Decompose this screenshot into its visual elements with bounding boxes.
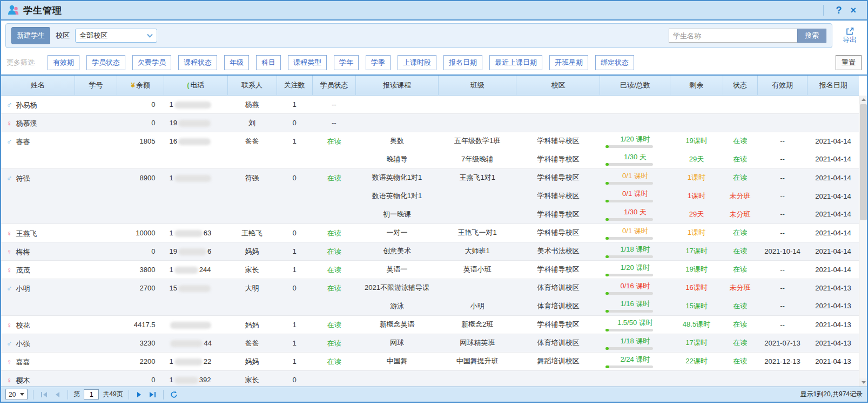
first-page-icon (41, 391, 48, 398)
page-number-input[interactable] (84, 389, 99, 400)
student-row[interactable]: ♂符强89001符强0在读数语英物化1对1王燕飞1对1学科辅导校区0/1 课时1… (1, 168, 859, 187)
cell-course: 创意美术 (356, 242, 439, 260)
column-header[interactable]: 已读/总数 (600, 76, 670, 95)
progress-bar (605, 292, 653, 295)
prev-page-button[interactable] (52, 390, 62, 400)
student-row[interactable]: ♂孙易杨01杨燕1-- (1, 95, 859, 113)
page-size-select[interactable]: 20 (5, 389, 28, 400)
column-header[interactable]: 学员状态 (312, 76, 356, 95)
search-button[interactable]: 搜索 (797, 29, 826, 43)
cell-campus: 体育培训校区 (516, 334, 600, 352)
cell-campus: 学科辅导校区 (516, 168, 600, 187)
cell-remaining: 19课时 (670, 260, 723, 279)
column-header[interactable]: ¥余额 (117, 76, 164, 95)
column-header[interactable]: 报名日期 (808, 76, 859, 95)
column-header[interactable]: (电话 (164, 76, 227, 95)
filter-chip[interactable]: 课程状态 (178, 55, 217, 70)
vertical-scrollbar[interactable] (859, 96, 867, 387)
column-header[interactable]: 学号 (75, 76, 117, 95)
scrollbar-thumb[interactable] (860, 104, 867, 220)
filter-chip[interactable]: 绑定状态 (595, 55, 634, 70)
cell-remaining: 29天 (670, 150, 723, 168)
column-header[interactable]: 状态 (723, 76, 757, 95)
reset-button[interactable]: 重置 (836, 55, 862, 70)
cell-phone: 1244 (164, 260, 227, 279)
filter-chip[interactable]: 欠费学员 (132, 55, 171, 70)
student-row[interactable]: ♀校花4417.5妈妈1在读新概念英语新概念2班学科辅导校区1.5/50 课时4… (1, 315, 859, 334)
student-row[interactable]: ♂小明270015大明0在读2021不限游泳辅导课体育培训校区0/16 课时16… (1, 279, 859, 297)
campus-select[interactable]: 全部校区 (75, 29, 157, 43)
cell-student-status: -- (312, 113, 356, 132)
filter-chip[interactable]: 课程类型 (288, 55, 327, 70)
cell-balance: 1805 (117, 132, 164, 168)
cell-campus: 体育培训校区 (516, 279, 600, 297)
cell-course (356, 370, 439, 387)
cell-name: ♂小明 (1, 279, 75, 315)
cell-class: 7年级晚辅 (438, 150, 516, 168)
filter-chip[interactable]: 科目 (256, 55, 281, 70)
cell-class: 网球精英班 (438, 334, 516, 352)
cell-contact: 大明 (227, 279, 277, 315)
column-header[interactable]: 联系人 (227, 76, 277, 95)
cell-valid-until: -- (757, 224, 808, 242)
refresh-button[interactable] (169, 390, 179, 400)
scroll-up-button[interactable] (859, 96, 867, 104)
cell-follow-count: 0 (277, 370, 312, 387)
cell-course (356, 113, 439, 132)
cell-follow-count: 1 (277, 132, 312, 168)
filter-chip[interactable]: 学季 (366, 55, 391, 70)
refresh-icon (170, 391, 178, 398)
cell-remaining: 22课时 (670, 352, 723, 370)
cell-student-status: 在读 (312, 224, 356, 242)
student-row[interactable]: ♂小强323044爸爸1在读网球网球精英班体育培训校区1/18 课时17课时在读… (1, 334, 859, 352)
cell-phone: 44 (164, 334, 227, 352)
column-header[interactable]: 班级 (438, 76, 516, 95)
cell-remaining: 15课时 (670, 297, 723, 315)
scroll-down-button[interactable] (859, 378, 867, 387)
new-student-button[interactable]: 新建学生 (11, 27, 50, 44)
column-header[interactable]: 关注数 (277, 76, 312, 95)
cell-follow-count: 1 (277, 260, 312, 279)
filter-chip[interactable]: 学员状态 (86, 55, 125, 70)
filter-chip[interactable]: 最近上课日期 (489, 55, 542, 70)
student-row[interactable]: ♀嘉嘉2200122妈妈1在读中国舞中国舞提升班舞蹈培训校区2/24 课时22课… (1, 352, 859, 370)
cell-registration-date (808, 370, 859, 387)
cell-course-status: 在读 (723, 334, 757, 352)
filter-chip[interactable]: 有效期 (48, 55, 79, 70)
progress-bar (605, 310, 653, 313)
student-row[interactable]: ♀杨慕溪019刘0-- (1, 113, 859, 132)
cell-campus: 学科辅导校区 (516, 205, 600, 224)
last-page-button[interactable] (148, 390, 158, 400)
filter-chip[interactable]: 开班星期 (549, 55, 588, 70)
student-row[interactable]: ♀茂茂38001244家长1在读英语一英语小班学科辅导校区1/20 课时19课时… (1, 260, 859, 279)
column-header[interactable]: 报读课程 (356, 76, 439, 95)
cell-valid-until: -- (757, 150, 808, 168)
campus-select-value: 全部校区 (79, 31, 107, 40)
cell-balance: 3230 (117, 334, 164, 352)
cell-contact: 爸爸 (227, 132, 277, 168)
filter-chip[interactable]: 上课时段 (398, 55, 436, 70)
column-header[interactable]: 校区 (516, 76, 600, 95)
export-button[interactable]: 导出 (837, 27, 863, 44)
cell-campus: 学科辅导校区 (516, 187, 600, 205)
cell-student-status: 在读 (312, 132, 356, 168)
next-page-button[interactable] (134, 390, 144, 400)
student-row[interactable]: ♀王燕飞10000163王艳飞0在读一对一王艳飞一对1学科辅导校区0/1 课时1… (1, 224, 859, 242)
first-page-button[interactable] (39, 390, 49, 400)
column-header[interactable]: 有效期 (757, 76, 808, 95)
filter-chip[interactable]: 学年 (334, 55, 359, 70)
student-row[interactable]: ♂睿睿180516爸爸1在读奥数五年级数学1班学科辅导校区1/20 课时19课时… (1, 132, 859, 150)
column-header[interactable]: 剩余 (670, 76, 723, 95)
filter-chip[interactable]: 报名日期 (443, 55, 482, 70)
help-button[interactable]: ? (831, 5, 846, 15)
cell-contact: 妈妈 (227, 315, 277, 334)
cell-registration-date (808, 95, 859, 113)
close-button[interactable]: × (846, 5, 860, 15)
search-input[interactable] (669, 29, 797, 43)
student-row[interactable]: ♀梅梅0196妈妈1在读创意美术大师班1美术书法校区1/18 课时17课时在读2… (1, 242, 859, 260)
column-header[interactable]: 姓名 (1, 76, 75, 95)
page-size-value: 20 (9, 391, 16, 398)
filter-chip[interactable]: 年级 (224, 55, 249, 70)
student-row[interactable]: ♀樱木01392家长0 (1, 370, 859, 387)
progress-bar (605, 274, 653, 276)
